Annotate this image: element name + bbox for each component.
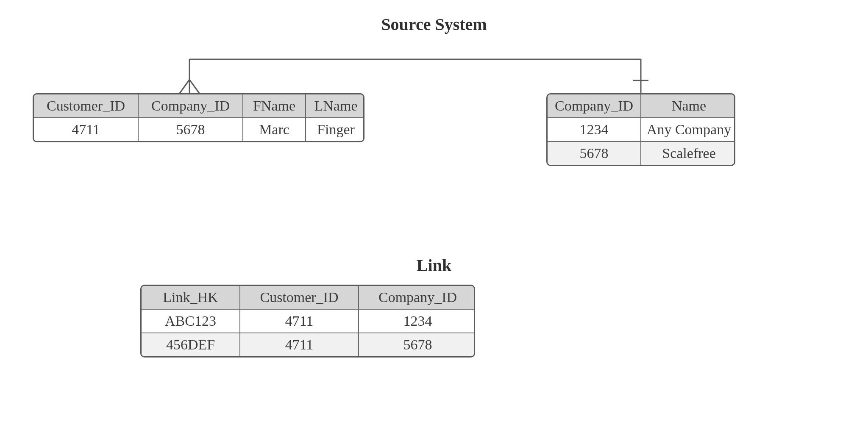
cell: Any Company <box>641 118 735 141</box>
table-row: 1234 Any Company <box>548 118 735 141</box>
cell: ABC123 <box>142 309 240 333</box>
table-header-row: Link_HK Customer_ID Company_ID <box>142 286 475 309</box>
cell: 5678 <box>548 141 641 165</box>
svg-line-4 <box>189 80 199 93</box>
cell: Scalefree <box>641 141 735 165</box>
col-header: LName <box>306 94 364 118</box>
cell: 1234 <box>548 118 641 141</box>
cell: 4711 <box>240 333 359 356</box>
svg-line-3 <box>180 80 189 93</box>
link-table: Link_HK Customer_ID Company_ID ABC123 47… <box>140 285 475 357</box>
table-row: 4711 5678 Marc Finger <box>34 118 364 141</box>
col-header: Customer_ID <box>34 94 138 118</box>
cell: 456DEF <box>142 333 240 356</box>
col-header: Customer_ID <box>240 286 359 309</box>
cell: 5678 <box>359 333 475 356</box>
col-header: Company_ID <box>548 94 641 118</box>
company-table: Company_ID Name 1234 Any Company 5678 Sc… <box>546 93 735 166</box>
cell: Marc <box>243 118 306 141</box>
table-row: 456DEF 4711 5678 <box>142 333 475 356</box>
col-header: Name <box>641 94 735 118</box>
cell: 1234 <box>359 309 475 333</box>
link-title: Link <box>0 255 868 275</box>
cell: 4711 <box>240 309 359 333</box>
col-header: FName <box>243 94 306 118</box>
cell: 4711 <box>34 118 138 141</box>
col-header: Company_ID <box>359 286 475 309</box>
table-header-row: Customer_ID Company_ID FName LName <box>34 94 364 118</box>
col-header: Company_ID <box>138 94 243 118</box>
cell: 5678 <box>138 118 243 141</box>
cell: Finger <box>306 118 364 141</box>
diagram-canvas: Source System Customer_ID Company_ID <box>0 0 868 424</box>
table-header-row: Company_ID Name <box>548 94 735 118</box>
col-header: Link_HK <box>142 286 240 309</box>
customer-table: Customer_ID Company_ID FName LName 4711 … <box>33 93 364 142</box>
table-row: ABC123 4711 1234 <box>142 309 475 333</box>
table-row: 5678 Scalefree <box>548 141 735 165</box>
